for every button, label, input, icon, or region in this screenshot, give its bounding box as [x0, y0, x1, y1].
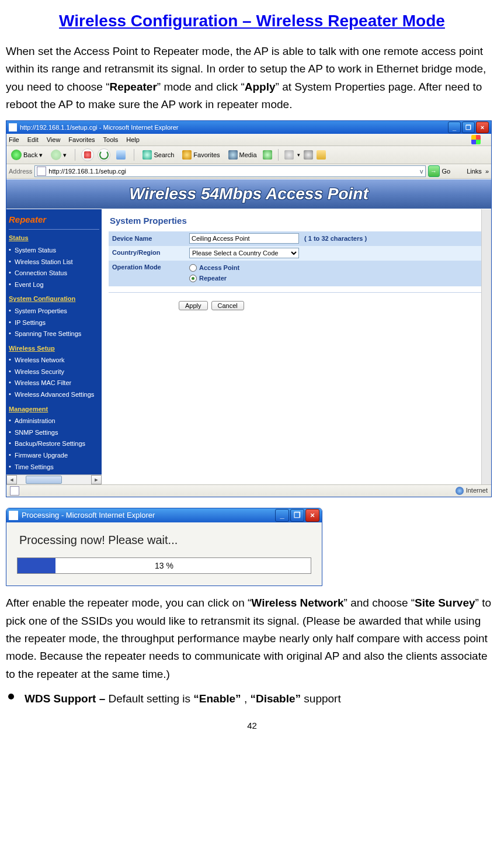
opmode-repeater-row[interactable]: Repeater — [189, 273, 481, 284]
scroll-right-icon[interactable]: ► — [91, 475, 102, 484]
nav-wireless-station-list[interactable]: Wireless Station List — [9, 257, 99, 268]
nav-wireless-security[interactable]: Wireless Security — [9, 366, 99, 378]
mail-icon[interactable] — [284, 150, 294, 160]
forward-button[interactable]: ▾ — [48, 148, 69, 161]
nav-time-settings[interactable]: Time Settings — [9, 462, 99, 473]
back-button[interactable]: Back ▾ — [9, 148, 45, 161]
nav-snmp-settings[interactable]: SNMP Settings — [9, 427, 99, 439]
media-button[interactable]: Media — [226, 149, 259, 162]
ie-addressbar: Address http://192.168.1.1/setup.cgi v →… — [6, 164, 491, 179]
text: ” mode and click “ — [157, 81, 245, 93]
device-name-label: Device Name — [109, 231, 186, 246]
opmode-ap-label: Access Point — [199, 263, 239, 273]
print-icon[interactable] — [304, 150, 313, 160]
kw-wireless-network: Wireless Network — [251, 597, 343, 609]
bullet-wds: WDS Support – Default setting is “Enable… — [6, 690, 498, 708]
nav-ip-settings[interactable]: IP Settings — [9, 317, 99, 329]
close-button[interactable]: × — [476, 122, 489, 133]
page-icon — [9, 511, 18, 520]
processing-title: Processing - Microsoft Internet Explorer — [22, 510, 274, 522]
radio-icon[interactable] — [189, 264, 197, 272]
nav-wireless-mac-filter[interactable]: Wireless MAC Filter — [9, 377, 99, 389]
back-label: Back — [23, 150, 37, 161]
group-system-configuration[interactable]: System Configuration — [9, 294, 99, 304]
menu-favorites[interactable]: Favorites — [68, 135, 95, 146]
radio-icon[interactable] — [189, 275, 197, 282]
device-name-hint: ( 1 to 32 characters ) — [304, 235, 367, 242]
opmode-label: Operation Mode — [109, 261, 186, 286]
scroll-left-icon[interactable]: ◄ — [6, 475, 17, 484]
router-content: System Properties Device Name ( 1 to 32 … — [102, 209, 491, 484]
page-number: 42 — [6, 719, 498, 733]
separator — [278, 149, 279, 161]
dropdown-icon[interactable]: ▾ — [297, 151, 300, 159]
dropdown-icon[interactable]: v — [420, 167, 423, 177]
group-management[interactable]: Management — [9, 404, 99, 415]
router-banner: Wireless 54Mbps Access Point — [6, 179, 491, 209]
page-title: Wireless Configuration – Wireless Repeat… — [6, 8, 498, 34]
separator — [75, 149, 75, 161]
windows-logo-icon — [471, 135, 481, 144]
sidebar-scrollbar[interactable]: ◄ ► — [6, 474, 102, 484]
search-icon — [142, 150, 152, 160]
progress-label: 13 % — [18, 558, 311, 573]
scroll-track[interactable] — [17, 476, 91, 484]
edit-icon[interactable] — [317, 150, 326, 160]
text: ” to pick one of the SSIDs you would lik… — [6, 597, 491, 680]
address-input[interactable]: http://192.168.1.1/setup.cgi v — [34, 165, 425, 177]
refresh-icon[interactable] — [98, 148, 110, 161]
menu-edit[interactable]: Edit — [27, 135, 39, 146]
menu-file[interactable]: File — [9, 135, 19, 146]
minimize-button[interactable]: _ — [448, 122, 461, 133]
maximize-button[interactable]: ❐ — [462, 122, 475, 133]
processing-window: Processing - Microsoft Internet Explorer… — [6, 508, 322, 586]
nav-system-status[interactable]: System Status — [9, 245, 99, 257]
nav-event-log[interactable]: Event Log — [9, 279, 99, 291]
window-title: http://192.168.1.1/setup.cgi - Microsoft… — [20, 123, 447, 133]
bullet-list: WDS Support – Default setting is “Enable… — [6, 690, 498, 708]
nav-wireless-advanced[interactable]: Wireless Advanced Settings — [9, 389, 99, 401]
ie-toolbar: Back ▾ ▾ Search Favorites Media ▾ — [6, 146, 491, 164]
close-button[interactable]: × — [305, 509, 319, 522]
nav-administration[interactable]: Administration — [9, 415, 99, 427]
chevron-icon[interactable]: » — [485, 167, 489, 177]
paragraph-2: After enable the repeater mode, you can … — [6, 594, 498, 683]
content-scrollbar[interactable] — [481, 209, 491, 484]
home-button[interactable] — [114, 149, 128, 161]
address-value: http://192.168.1.1/setup.cgi — [48, 167, 126, 177]
go-label: Go — [442, 167, 451, 177]
nav-backup-restore[interactable]: Backup/Restore Settings — [9, 438, 99, 450]
maximize-button[interactable]: ❐ — [290, 509, 304, 522]
text: Default setting is — [109, 692, 194, 705]
cancel-button[interactable]: Cancel — [211, 301, 244, 310]
search-button[interactable]: Search — [140, 149, 176, 162]
opmode-ap-row[interactable]: Access Point — [189, 263, 481, 273]
menu-tools[interactable]: Tools — [103, 135, 119, 146]
back-icon — [11, 150, 22, 160]
favorites-label: Favorites — [193, 150, 220, 161]
mode-title: Repeater — [9, 213, 99, 230]
go-button[interactable]: → — [428, 165, 440, 177]
nav-spanning-tree[interactable]: Spanning Tree Settings — [9, 328, 99, 340]
history-icon[interactable] — [263, 150, 272, 160]
menu-help[interactable]: Help — [126, 135, 140, 146]
minimize-button[interactable]: _ — [275, 509, 289, 522]
group-status[interactable]: Status — [9, 233, 99, 244]
nav-system-properties[interactable]: System Properties — [9, 306, 99, 317]
favorites-button[interactable]: Favorites — [180, 149, 222, 162]
menu-view[interactable]: View — [47, 135, 61, 146]
stop-icon[interactable] — [81, 148, 94, 161]
country-select[interactable]: Please Select a Country Code — [189, 248, 299, 258]
media-icon — [228, 150, 238, 160]
group-wireless-setup[interactable]: Wireless Setup — [9, 344, 99, 354]
nav-firmware-upgrade[interactable]: Firmware Upgrade — [9, 450, 99, 462]
apply-button[interactable]: Apply — [179, 301, 208, 310]
page-icon — [37, 167, 46, 176]
nav-connection-status[interactable]: Connection Status — [9, 268, 99, 279]
ie-statusbar: Internet — [6, 484, 491, 497]
links-label[interactable]: Links — [467, 167, 482, 177]
separator — [134, 149, 134, 161]
scroll-thumb[interactable] — [26, 476, 62, 484]
device-name-input[interactable] — [189, 233, 299, 244]
nav-wireless-network[interactable]: Wireless Network — [9, 355, 99, 366]
